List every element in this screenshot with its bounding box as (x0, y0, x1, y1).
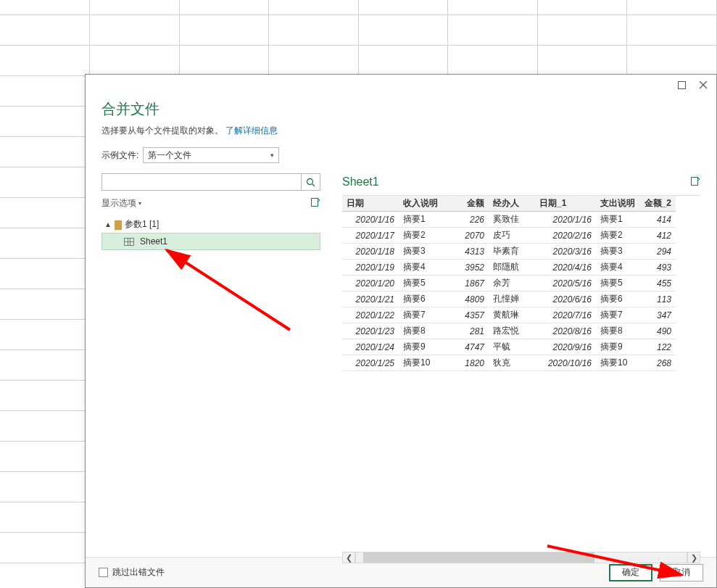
refresh-navigator-icon[interactable] (310, 197, 320, 210)
sample-file-row: 示例文件: 第一个文件 ▾ (101, 147, 700, 163)
col-date-1[interactable]: 日期_1 (535, 196, 596, 212)
cell-amount: 4313 (444, 244, 489, 260)
cell-expense-desc: 摘要5 (596, 276, 639, 291)
combine-files-dialog: 合并文件 选择要从每个文件提取的对象。 了解详细信息 示例文件: 第一个文件 ▾ (85, 74, 717, 588)
cell-amount: 2070 (444, 228, 489, 244)
cell-date: 2020/1/16 (342, 212, 399, 228)
cell-amount: 281 (444, 323, 489, 339)
col-amount[interactable]: 金额 (444, 196, 489, 212)
cancel-button[interactable]: 取消 (660, 564, 703, 581)
refresh-preview-icon[interactable] (690, 176, 700, 189)
cell-amount-2: 412 (639, 228, 676, 244)
cancel-button-label: 取消 (673, 566, 690, 579)
col-person[interactable]: 经办人 (489, 196, 535, 212)
col-date[interactable]: 日期 (342, 196, 399, 212)
table-row[interactable]: 2020/1/24摘要94747平毓2020/9/16摘要9122 (342, 339, 676, 355)
cell-expense-desc: 摘要7 (596, 307, 639, 323)
cell-date: 2020/1/24 (342, 339, 399, 355)
scroll-left-arrow-icon[interactable]: ❮ (342, 552, 355, 563)
cell-amount: 3952 (444, 260, 489, 276)
cell-income-desc: 摘要10 (399, 355, 444, 371)
table-row[interactable]: 2020/1/18摘要34313毕素育2020/3/16摘要3294 (342, 244, 676, 260)
navigator-tree: ▲ ▇ 参数1 [1] Sheet1 (101, 215, 320, 250)
subtitle-text: 选择要从每个文件提取的对象。 (101, 125, 223, 136)
cell-amount-2: 493 (639, 260, 676, 276)
table-row[interactable]: 2020/1/25摘要101820狄克2020/10/16摘要10268 (342, 355, 676, 371)
tree-folder[interactable]: ▲ ▇ 参数1 [1] (101, 215, 320, 233)
skip-errors-label: 跳过出错文件 (112, 566, 165, 579)
table-row[interactable]: 2020/1/20摘要51867余芳2020/5/16摘要5455 (342, 276, 676, 291)
cell-person: 孔憧婵 (489, 291, 535, 307)
cell-date-1: 2020/10/16 (535, 355, 596, 371)
svg-rect-2 (312, 198, 318, 206)
display-options-dropdown[interactable]: 显示选项 ▾ (101, 197, 141, 210)
cell-amount-2: 347 (639, 307, 676, 323)
table-header-row: 日期 收入说明 金额 经办人 日期_1 支出说明 金额_2 (342, 196, 676, 212)
chevron-down-icon: ▾ (270, 152, 274, 159)
cell-expense-desc: 摘要9 (596, 339, 639, 355)
cell-expense-desc: 摘要8 (596, 323, 639, 339)
cell-person: 平毓 (489, 339, 535, 355)
cell-date: 2020/1/19 (342, 260, 399, 276)
preview-title: Sheet1 (342, 175, 379, 189)
col-expense-desc[interactable]: 支出说明 (596, 196, 639, 212)
sample-file-select[interactable]: 第一个文件 ▾ (143, 147, 279, 163)
search-icon[interactable] (301, 174, 320, 190)
cell-date: 2020/1/18 (342, 244, 399, 260)
cell-date: 2020/1/17 (342, 228, 399, 244)
cell-date-1: 2020/2/16 (535, 228, 596, 244)
cell-date-1: 2020/5/16 (535, 276, 596, 291)
maximize-button[interactable] (673, 78, 690, 92)
table-row[interactable]: 2020/1/17摘要22070皮巧2020/2/16摘要2412 (342, 228, 676, 244)
table-row[interactable]: 2020/1/21摘要64809孔憧婵2020/6/16摘要6113 (342, 291, 676, 307)
sample-file-label: 示例文件: (101, 149, 138, 162)
cell-income-desc: 摘要3 (399, 244, 444, 260)
cell-amount: 226 (444, 212, 489, 228)
cell-person: 黄航琳 (489, 307, 535, 323)
preview-pane: Sheet1 日期 收入说明 金额 (342, 173, 700, 557)
col-income-desc[interactable]: 收入说明 (399, 196, 444, 212)
titlebar (86, 75, 716, 95)
dialog-title: 合并文件 (101, 99, 700, 119)
chevron-down-icon: ▾ (138, 200, 141, 207)
cell-amount-2: 414 (639, 212, 676, 228)
ok-button[interactable]: 确定 (609, 564, 652, 581)
skip-errors-option[interactable]: 跳过出错文件 (99, 566, 165, 579)
preview-horizontal-scrollbar[interactable]: ❮ ❯ (86, 551, 716, 564)
cell-person: 皮巧 (489, 228, 535, 244)
learn-more-link[interactable]: 了解详细信息 (225, 125, 278, 136)
cell-person: 奚致佳 (489, 212, 535, 228)
table-row[interactable]: 2020/1/19摘要43952郎隱航2020/4/16摘要4493 (342, 260, 676, 276)
table-row[interactable]: 2020/1/23摘要8281路宏悦2020/8/16摘要8490 (342, 323, 676, 339)
cell-amount-2: 490 (639, 323, 676, 339)
cell-date-1: 2020/6/16 (535, 291, 596, 307)
cell-date-1: 2020/8/16 (535, 323, 596, 339)
cell-income-desc: 摘要7 (399, 307, 444, 323)
sample-file-value: 第一个文件 (148, 149, 191, 162)
checkbox-icon[interactable] (99, 568, 108, 577)
cell-person: 毕素育 (489, 244, 535, 260)
scroll-right-arrow-icon[interactable]: ❯ (687, 552, 700, 563)
table-row[interactable]: 2020/1/22摘要74357黄航琳2020/7/16摘要7347 (342, 307, 676, 323)
svg-rect-0 (678, 81, 685, 88)
col-amount-2[interactable]: 金额_2 (639, 196, 676, 212)
scrollbar-thumb[interactable] (363, 552, 594, 563)
scrollbar-track[interactable] (355, 552, 687, 563)
cell-expense-desc: 摘要6 (596, 291, 639, 307)
close-button[interactable] (695, 78, 712, 92)
search-input[interactable] (102, 174, 299, 190)
table-row[interactable]: 2020/1/16摘要1226奚致佳2020/1/16摘要1414 (342, 212, 676, 228)
cell-amount-2: 294 (639, 244, 676, 260)
cell-amount-2: 113 (639, 291, 676, 307)
cell-amount: 1820 (444, 355, 489, 371)
tree-sheet-label: Sheet1 (140, 236, 167, 247)
cell-expense-desc: 摘要4 (596, 260, 639, 276)
cell-expense-desc: 摘要3 (596, 244, 639, 260)
svg-point-1 (307, 178, 313, 184)
cell-person: 余芳 (489, 276, 535, 291)
cell-income-desc: 摘要6 (399, 291, 444, 307)
cell-person: 路宏悦 (489, 323, 535, 339)
cell-amount-2: 455 (639, 276, 676, 291)
tree-sheet-selected[interactable]: Sheet1 (101, 233, 320, 250)
cell-amount: 4809 (444, 291, 489, 307)
